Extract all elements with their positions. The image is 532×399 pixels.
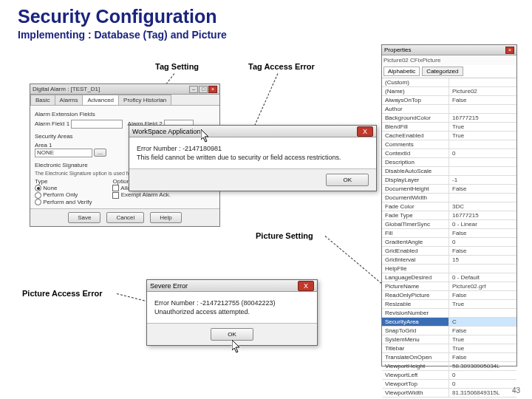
property-row[interactable]: SnapToGridFalse (382, 327, 516, 335)
radio-perform[interactable] (35, 192, 41, 199)
property-value[interactable] (449, 78, 516, 86)
property-value[interactable]: False (449, 96, 516, 104)
property-row[interactable]: ContextId0 (382, 149, 516, 158)
property-row[interactable]: LanguageDesired0 - Default (382, 273, 516, 282)
area1-input[interactable]: NONE (35, 149, 92, 157)
property-row[interactable]: DisableAutoScale (382, 167, 516, 176)
property-row[interactable]: ViewportLeft0 (382, 371, 516, 380)
property-value[interactable] (449, 167, 516, 175)
property-row[interactable]: Author (382, 105, 516, 114)
ok-button[interactable]: OK (211, 328, 253, 341)
property-value[interactable]: Picture02.grf (449, 282, 516, 290)
property-row[interactable]: DocumentHeightFalse (382, 185, 516, 194)
area-browse-button[interactable]: ... (94, 149, 106, 157)
property-row[interactable]: Description (382, 158, 516, 167)
close-button[interactable]: X (298, 281, 314, 291)
property-value[interactable]: 0 (449, 238, 516, 246)
close-button[interactable]: × (208, 86, 217, 93)
property-value[interactable]: Picture02 (449, 87, 516, 95)
tab-basic[interactable]: Basic (30, 95, 55, 105)
property-value[interactable]: True (449, 335, 516, 344)
property-row[interactable]: TitlebarTrue (382, 344, 516, 353)
property-row[interactable]: TranslateOnOpenFalse (382, 353, 516, 362)
property-value[interactable]: 81.31506849315L (449, 389, 516, 397)
property-row[interactable]: SecurityAreaC (382, 318, 516, 327)
property-row[interactable]: BlendFillTrue (382, 123, 516, 132)
tab-categorized[interactable]: Categorized (422, 66, 463, 76)
property-value[interactable]: True (449, 132, 516, 140)
property-row[interactable]: RevisionNumber (382, 309, 516, 318)
property-value[interactable]: False (449, 291, 516, 299)
property-value[interactable]: False (449, 353, 516, 361)
property-row[interactable]: GridEnabledFalse (382, 247, 516, 256)
property-row[interactable]: (Custom) (382, 78, 516, 87)
property-value[interactable] (449, 105, 516, 113)
close-button[interactable]: × (505, 47, 514, 54)
alarm-field1-input[interactable] (71, 120, 123, 129)
property-value[interactable]: True (449, 344, 516, 352)
radio-verify[interactable] (35, 199, 41, 205)
property-row[interactable]: ReadOnlyPictureFalse (382, 291, 516, 300)
property-value[interactable] (449, 194, 516, 202)
property-value[interactable]: False (449, 185, 516, 193)
property-row[interactable]: Comments (382, 140, 516, 149)
property-value[interactable]: 0 (449, 371, 516, 379)
property-row[interactable]: FillFalse (382, 229, 516, 238)
save-button[interactable]: Save (68, 212, 100, 223)
close-button[interactable]: X (357, 126, 373, 137)
property-row[interactable]: SystemMenuTrue (382, 335, 516, 344)
property-value[interactable]: True (449, 300, 516, 308)
property-value[interactable] (449, 265, 516, 273)
property-value[interactable]: 16777215 (449, 211, 516, 219)
tab-advanced[interactable]: Advanced (82, 95, 119, 105)
radio-none[interactable] (35, 185, 41, 191)
property-row[interactable]: AlwaysOnTopFalse (382, 96, 516, 105)
property-value[interactable]: 58.30930905034L (449, 362, 516, 370)
property-row[interactable]: ResizableTrue (382, 300, 516, 309)
property-value[interactable]: True (449, 123, 516, 131)
property-value[interactable]: 16777215 (449, 114, 516, 122)
help-button[interactable]: Help (150, 212, 181, 223)
property-value[interactable]: 0 - Default (449, 273, 516, 282)
property-row[interactable]: DisplayLayer-1 (382, 176, 516, 185)
tab-alphabetic[interactable]: Alphabetic (383, 66, 420, 76)
property-row[interactable]: Fade Color3DC (382, 202, 516, 211)
property-row[interactable]: (Name)Picture02 (382, 87, 516, 96)
property-value[interactable]: 15 (449, 256, 516, 264)
property-row[interactable]: CacheEnabledTrue (382, 132, 516, 140)
chk-exempt[interactable] (112, 192, 119, 199)
property-value[interactable]: False (449, 247, 516, 255)
property-row[interactable]: BackgroundColor16777215 (382, 114, 516, 123)
property-value[interactable]: C (449, 318, 516, 326)
property-row[interactable]: GlobalTimerSync0 - Linear (382, 220, 516, 229)
property-value[interactable]: False (449, 229, 516, 237)
property-value[interactable] (449, 309, 516, 317)
property-row[interactable]: PictureNamePicture02.grf (382, 282, 516, 291)
maximize-button[interactable]: □ (199, 86, 208, 93)
property-row[interactable]: ViewportTop0 (382, 380, 516, 389)
cancel-button[interactable]: Cancel (106, 212, 144, 223)
property-value[interactable] (449, 140, 516, 149)
tab-alarms[interactable]: Alarms (55, 95, 83, 105)
property-value[interactable]: False (449, 327, 516, 335)
property-row[interactable]: GridInterval15 (382, 256, 516, 265)
properties-object-selector[interactable]: Picture02 CFixPicture (382, 55, 516, 65)
property-row[interactable]: GradientAngle0 (382, 238, 516, 247)
property-value[interactable]: 0 - Linear (449, 220, 516, 228)
property-value[interactable]: -1 (449, 176, 516, 184)
property-row[interactable]: DocumentWidth (382, 194, 516, 202)
property-value[interactable]: 0 (449, 149, 516, 157)
property-key: DisplayLayer (382, 176, 449, 184)
tab-historian[interactable]: Proficy Historian (118, 95, 171, 105)
property-row[interactable]: HelpFile (382, 265, 516, 273)
property-value[interactable]: 3DC (449, 202, 516, 211)
minimize-button[interactable]: – (189, 86, 198, 93)
property-row[interactable]: ViewportHeight58.30930905034L (382, 362, 516, 371)
chk-allow[interactable] (112, 185, 119, 191)
property-row[interactable]: ViewportWidth81.31506849315L (382, 389, 516, 398)
property-value[interactable] (449, 158, 516, 166)
ok-button[interactable]: OK (326, 174, 369, 186)
property-value[interactable]: 0 (449, 380, 516, 388)
properties-grid[interactable]: (Custom)(Name)Picture02AlwaysOnTopFalseA… (382, 78, 516, 398)
property-row[interactable]: Fade Type16777215 (382, 211, 516, 220)
